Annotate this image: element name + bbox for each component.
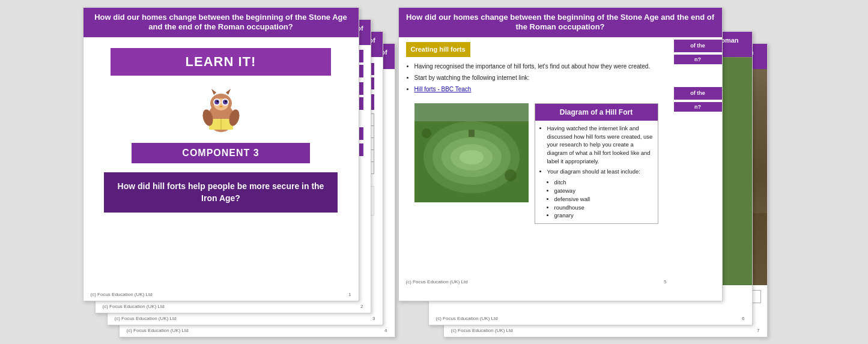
slide5-diag-roundhouse: roundhouse xyxy=(554,204,653,212)
slide-1: How did our homes change between the beg… xyxy=(83,7,359,301)
slide5-main: Creating hill forts Having recognised th… xyxy=(399,37,722,289)
slide-5: How did our homes change between the beg… xyxy=(398,7,723,301)
slide5-page-num: 5 xyxy=(664,279,666,286)
slide5-footer-copy: (c) Focus Education (UK) Ltd xyxy=(406,279,468,286)
slide2-page-num: 2 xyxy=(360,304,363,309)
slide5-fort-svg xyxy=(414,103,529,202)
slide5-right-peek: of the n? of the n? xyxy=(674,37,722,289)
slide7-page-num: 7 xyxy=(757,328,759,333)
svg-rect-29 xyxy=(414,103,529,121)
svg-point-7 xyxy=(216,101,218,103)
slide6-footer: (c) Focus Education (UK) Ltd 6 xyxy=(429,316,752,321)
slide5-link: Hill forts - BBC Teach xyxy=(414,85,667,94)
slide1-header: How did our homes change between the beg… xyxy=(83,8,359,38)
svg-point-31 xyxy=(505,169,517,181)
slide7-footer: (c) Focus Education (UK) Ltd 7 xyxy=(444,328,767,333)
slide5-diagram-box: Diagram of a Hill Fort Having watched th… xyxy=(535,103,658,224)
slide6-page-num: 6 xyxy=(742,316,744,321)
slide5-bbc-link[interactable]: Hill forts - BBC Teach xyxy=(414,86,472,92)
slide6-footer-copy: (c) Focus Education (UK) Ltd xyxy=(436,316,498,321)
left-page-stack: How did our homes change between the beg… xyxy=(77,7,395,337)
slide5-diagram-text: Having watched the internet link and dis… xyxy=(535,121,658,223)
slide4-footer: (c) Focus Education (UK) Ltd 4 xyxy=(120,328,395,333)
peek-of-the-2: of the xyxy=(674,87,722,100)
slide3-footer: (c) Focus Education (UK) Ltd 3 xyxy=(108,316,383,321)
slide5-bullet2: Start by watching the following internet… xyxy=(414,73,667,82)
peek-of-the-1: of the xyxy=(674,40,722,52)
slide5-fort-content: Diagram of a Hill Fort Having watched th… xyxy=(406,98,667,229)
owl-icon xyxy=(197,86,245,134)
slide5-diag-bullet2: Your diagram should at least include: xyxy=(547,167,653,176)
slide5-bullet1: Having recognised the importance of hill… xyxy=(414,62,667,71)
svg-marker-15 xyxy=(226,89,231,95)
slide1-footer-copy: (c) Focus Education (UK) Ltd xyxy=(91,292,153,297)
slide5-section-title: Creating hill forts xyxy=(406,42,470,57)
slide5-footer: (c) Focus Education (UK) Ltd 5 xyxy=(399,279,674,286)
slide5-diag-wall: defensive wall xyxy=(554,195,653,204)
slide2-footer-copy: (c) Focus Education (UK) Ltd xyxy=(103,304,165,309)
slide5-content: Creating hill forts Having recognised th… xyxy=(399,37,674,289)
peek-n-2: n? xyxy=(674,102,722,112)
slide3-page-num: 3 xyxy=(372,316,375,321)
peek-n-1: n? xyxy=(674,55,722,64)
owl-image xyxy=(83,86,359,137)
learn-it-label: LEARN IT! xyxy=(111,48,330,76)
slide1-page-num: 1 xyxy=(348,292,351,297)
slide5-diag-gateway: gateway xyxy=(554,187,653,195)
slide4-footer-copy: (c) Focus Education (UK) Ltd xyxy=(127,328,189,333)
slide1-footer: (c) Focus Education (UK) Ltd 1 xyxy=(83,292,359,297)
slide5-diag-granary: granary xyxy=(554,211,653,220)
slide3-footer-copy: (c) Focus Education (UK) Ltd xyxy=(115,316,177,321)
component-label: COMPONENT 3 xyxy=(132,143,311,163)
svg-point-27 xyxy=(460,150,484,164)
svg-marker-14 xyxy=(211,89,216,95)
svg-rect-28 xyxy=(469,130,475,137)
slide4-page-num: 4 xyxy=(384,328,387,333)
slide5-diag-bullet1: Having watched the internet link and dis… xyxy=(547,124,653,166)
slide2-footer: (c) Focus Education (UK) Ltd 2 xyxy=(96,304,371,309)
right-page-stack: How did our homes change between the beg… xyxy=(395,7,792,337)
slide5-fort-image xyxy=(414,103,529,202)
svg-point-30 xyxy=(422,128,431,138)
slide7-footer-copy: (c) Focus Education (UK) Ltd xyxy=(451,328,513,333)
svg-point-8 xyxy=(225,101,226,103)
slide5-header: How did our homes change between the beg… xyxy=(399,8,722,38)
slide1-question: How did hill forts help people be more s… xyxy=(104,172,338,213)
slide5-diag-ditch: ditch xyxy=(554,178,653,187)
slide5-diagram-title: Diagram of a Hill Fort xyxy=(535,104,658,121)
